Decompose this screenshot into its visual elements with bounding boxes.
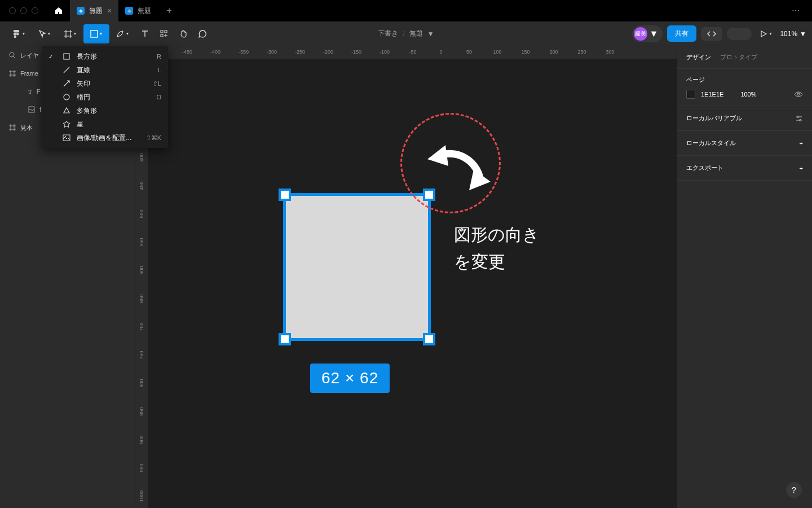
ellipse-icon xyxy=(62,93,71,101)
search-icon xyxy=(9,52,16,59)
chevron-down-icon: ▼ xyxy=(22,32,26,36)
option-label: 多角形 xyxy=(77,106,156,116)
svg-point-10 xyxy=(64,94,69,100)
plus-icon[interactable]: + xyxy=(800,140,803,147)
window-controls xyxy=(0,7,47,14)
help-button[interactable]: ? xyxy=(786,482,802,498)
chevron-down-icon: ▼ xyxy=(800,30,806,38)
local-variables-section[interactable]: ローカルバリアブル xyxy=(677,106,812,131)
page-color-value[interactable]: 1E1E1E xyxy=(701,91,723,98)
ruler-tick: 150 xyxy=(521,49,529,55)
resize-handle-bl[interactable] xyxy=(279,333,291,345)
file-name: 無題 xyxy=(409,29,423,38)
hand-tool[interactable] xyxy=(174,24,193,43)
shape-option-line[interactable]: 直線L xyxy=(42,63,168,77)
file-tab-0[interactable]: ◆ 無題 × xyxy=(70,0,118,21)
chevron-down-icon: ▼ xyxy=(427,30,434,38)
ruler-tick: 750 xyxy=(139,351,144,359)
svg-rect-0 xyxy=(91,30,98,37)
ruler-tick: 100 xyxy=(493,49,501,55)
frame-tool[interactable]: ▼ xyxy=(58,24,83,43)
ruler-tick: 250 xyxy=(577,49,586,55)
tab-prototype[interactable]: プロトタイプ xyxy=(720,53,757,62)
file-tab-1[interactable]: ◆ 無題 xyxy=(118,0,158,21)
shape-tool[interactable]: ▼ xyxy=(83,24,109,43)
canvas[interactable]: -500-450-400-350-300-250-200-150-100-500… xyxy=(135,46,677,508)
grid-plus-icon xyxy=(160,30,168,38)
image-icon xyxy=(62,134,71,142)
hand-icon xyxy=(179,29,188,38)
ruler-tick: -50 xyxy=(409,49,416,55)
comment-tool[interactable] xyxy=(193,24,212,43)
new-tab-button[interactable]: + xyxy=(158,6,180,16)
resize-handle-br[interactable] xyxy=(423,333,435,345)
user-avatar-dropdown[interactable]: 瞳美 ▼ xyxy=(632,25,663,42)
selected-rectangle[interactable] xyxy=(283,193,431,341)
toolbar: ▼ ▼ ▼ ▼ ▼ 下書き / 無 xyxy=(0,21,812,46)
zoom-dot[interactable] xyxy=(32,7,38,14)
pen-tool[interactable]: ▼ xyxy=(109,24,135,43)
ruler-tick: 200 xyxy=(549,49,558,55)
ruler-tick: -400 xyxy=(210,49,220,55)
inspector: デザイン プロトタイプ ページ 1E1E1E 100% ローカルバリアブル ロー… xyxy=(677,46,812,508)
shape-tool-dropdown: ✓長方形R直線L矢印⇧L楕円O多角形星画像/動画を配置...⇧⌘K xyxy=(42,46,168,148)
shape-option-star[interactable]: 星 xyxy=(42,117,168,131)
svg-point-12 xyxy=(65,136,66,137)
chevron-down-icon: ▼ xyxy=(769,32,773,36)
page-color-swatch[interactable] xyxy=(686,90,695,99)
resize-handle-tl[interactable] xyxy=(279,189,291,201)
export-section[interactable]: エクスポート + xyxy=(677,156,812,181)
minimize-dot[interactable] xyxy=(20,7,27,14)
ruler-tick: 450 xyxy=(139,181,144,190)
eye-icon[interactable] xyxy=(794,91,803,98)
close-dot[interactable] xyxy=(9,7,16,14)
ruler-tick: 500 xyxy=(139,209,144,218)
rotate-arrow-icon xyxy=(417,125,496,204)
chevron-down-icon: ▼ xyxy=(73,32,77,36)
option-label: 画像/動画を配置... xyxy=(77,133,140,143)
shape-option-ellipse[interactable]: 楕円O xyxy=(42,90,168,104)
figma-menu-button[interactable]: ▼ xyxy=(6,24,32,43)
local-styles-section[interactable]: ローカルスタイル + xyxy=(677,131,812,156)
ruler-tick: 900 xyxy=(139,435,144,444)
frame-icon xyxy=(9,124,16,131)
chevron-down-icon: ▼ xyxy=(650,29,659,39)
document-title[interactable]: 下書き / 無題 ▼ xyxy=(378,29,434,38)
draft-label: 下書き xyxy=(378,29,398,38)
figma-file-icon: ◆ xyxy=(125,7,133,15)
ruler-tick: 800 xyxy=(139,379,144,387)
inspector-tabs: デザイン プロトタイプ xyxy=(677,46,812,69)
ruler-tick: -250 xyxy=(295,49,305,55)
shape-option-image[interactable]: 画像/動画を配置...⇧⌘K xyxy=(42,131,168,144)
ruler-tick: 0 xyxy=(439,49,442,55)
present-button[interactable]: ▼ xyxy=(756,24,775,43)
shape-option-rect[interactable]: ✓長方形R xyxy=(42,50,168,63)
arrow-icon xyxy=(62,80,71,87)
poly-icon xyxy=(62,107,71,115)
dev-mode-button[interactable] xyxy=(701,27,722,41)
rectangle-icon xyxy=(90,30,98,38)
svg-point-7 xyxy=(797,116,799,117)
home-tab[interactable] xyxy=(47,0,70,21)
share-button[interactable]: 共有 xyxy=(667,25,696,42)
shape-option-poly[interactable]: 多角形 xyxy=(42,104,168,117)
tab-label: 無題 xyxy=(138,6,151,16)
window-more[interactable]: ⋯ xyxy=(780,6,812,15)
plus-icon[interactable]: + xyxy=(800,165,803,172)
move-tool[interactable]: ▼ xyxy=(32,24,58,43)
dev-toggle[interactable] xyxy=(727,28,752,40)
page-opacity[interactable]: 100% xyxy=(740,91,756,98)
ruler-tick: 850 xyxy=(139,407,144,415)
resources-tool[interactable] xyxy=(155,24,174,43)
text-tool[interactable] xyxy=(135,24,155,43)
close-icon[interactable]: × xyxy=(107,6,112,15)
shape-option-arrow[interactable]: 矢印⇧L xyxy=(42,77,168,90)
zoom-control[interactable]: 101% ▼ xyxy=(780,30,806,38)
pen-icon xyxy=(116,29,125,38)
line-icon xyxy=(62,66,71,74)
text-layer-icon: T xyxy=(28,88,32,95)
section-title: ページ xyxy=(686,76,803,84)
figma-logo-icon xyxy=(12,29,21,38)
ruler-tick: -350 xyxy=(239,49,249,55)
tab-design[interactable]: デザイン xyxy=(686,53,711,62)
